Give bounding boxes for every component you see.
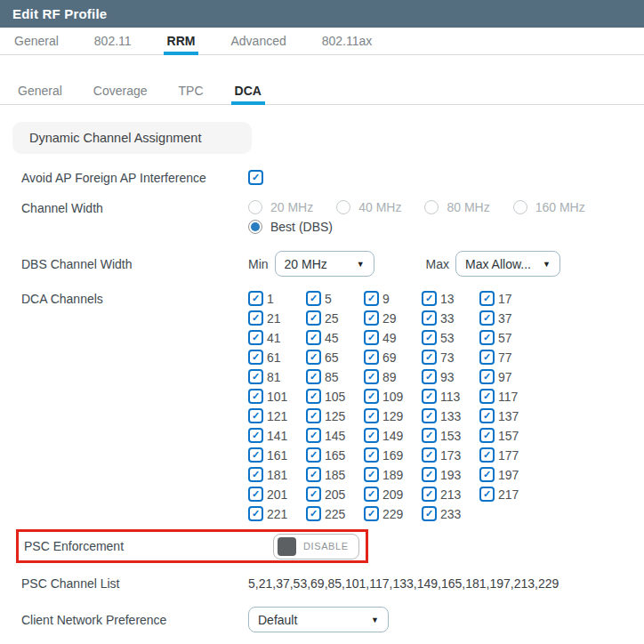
channel-checkbox[interactable]	[306, 487, 321, 502]
channel-checkbox[interactable]	[364, 369, 379, 384]
dca-channel-105[interactable]: 105	[306, 389, 364, 404]
dca-channel-201[interactable]: 201	[248, 487, 306, 502]
max-width-dropdown[interactable]: Max Allow... ▼	[455, 251, 560, 277]
channel-checkbox[interactable]	[422, 291, 437, 306]
channel-checkbox[interactable]	[248, 291, 263, 306]
subtab-dca[interactable]: DCA	[233, 76, 263, 104]
radio-20-mhz[interactable]: 20 MHz	[248, 200, 313, 214]
dca-channel-197[interactable]: 197	[479, 467, 537, 482]
dca-channel-169[interactable]: 169	[364, 447, 422, 463]
channel-checkbox[interactable]	[364, 310, 379, 326]
channel-checkbox[interactable]	[248, 487, 263, 502]
channel-checkbox[interactable]	[306, 447, 321, 463]
dca-channel-121[interactable]: 121	[248, 408, 306, 423]
dca-channel-37[interactable]: 37	[479, 310, 537, 326]
dca-channel-141[interactable]: 141	[248, 428, 306, 443]
dca-channel-185[interactable]: 185	[306, 467, 364, 482]
channel-checkbox[interactable]	[422, 408, 437, 423]
dca-channel-97[interactable]: 97	[479, 369, 537, 384]
dca-channel-221[interactable]: 221	[248, 506, 306, 521]
channel-checkbox[interactable]	[306, 310, 321, 326]
channel-checkbox[interactable]	[306, 467, 321, 482]
dca-channel-217[interactable]: 217	[479, 487, 537, 502]
channel-checkbox[interactable]	[306, 330, 321, 345]
radio-80-mhz[interactable]: 80 MHz	[424, 200, 489, 214]
dca-channel-117[interactable]: 117	[479, 389, 537, 404]
channel-checkbox[interactable]	[479, 447, 495, 463]
channel-checkbox[interactable]	[248, 330, 263, 345]
channel-checkbox[interactable]	[248, 310, 263, 326]
channel-checkbox[interactable]	[364, 350, 379, 365]
dca-channel-77[interactable]: 77	[479, 350, 537, 365]
dca-channel-93[interactable]: 93	[422, 369, 479, 384]
channel-checkbox[interactable]	[479, 291, 495, 306]
channel-checkbox[interactable]	[479, 487, 495, 502]
dca-channel-193[interactable]: 193	[422, 467, 479, 482]
subtab-general[interactable]: General	[16, 76, 64, 104]
dca-channel-129[interactable]: 129	[364, 408, 422, 423]
tab-advanced[interactable]: Advanced	[229, 28, 287, 54]
channel-checkbox[interactable]	[364, 428, 379, 443]
avoid-ap-checkbox[interactable]	[248, 170, 263, 185]
channel-checkbox[interactable]	[364, 506, 379, 521]
dca-channel-189[interactable]: 189	[364, 467, 422, 482]
channel-checkbox[interactable]	[248, 428, 263, 443]
channel-checkbox[interactable]	[364, 291, 379, 306]
channel-checkbox[interactable]	[248, 389, 263, 404]
dca-channel-33[interactable]: 33	[422, 310, 479, 326]
dca-channel-157[interactable]: 157	[479, 428, 537, 443]
channel-checkbox[interactable]	[306, 291, 321, 306]
dca-channel-21[interactable]: 21	[248, 310, 306, 326]
tab-general[interactable]: General	[12, 28, 60, 54]
dca-channel-109[interactable]: 109	[364, 389, 422, 404]
channel-checkbox[interactable]	[364, 389, 379, 404]
dca-channel-85[interactable]: 85	[306, 369, 364, 384]
channel-checkbox[interactable]	[479, 350, 495, 365]
dca-channel-233[interactable]: 233	[422, 506, 479, 521]
radio-160-mhz[interactable]: 160 MHz	[513, 200, 585, 214]
dca-channel-13[interactable]: 13	[422, 291, 479, 306]
dca-channel-153[interactable]: 153	[422, 428, 479, 443]
channel-checkbox[interactable]	[364, 408, 379, 423]
dca-channel-165[interactable]: 165	[306, 447, 364, 463]
dca-channel-229[interactable]: 229	[364, 506, 422, 521]
channel-checkbox[interactable]	[479, 310, 495, 326]
dca-channel-57[interactable]: 57	[479, 330, 537, 345]
dca-channel-145[interactable]: 145	[306, 428, 364, 443]
channel-checkbox[interactable]	[422, 506, 437, 521]
channel-checkbox[interactable]	[364, 487, 379, 502]
radio-best-dbs[interactable]: Best (DBS)	[248, 220, 333, 234]
dca-channel-81[interactable]: 81	[248, 369, 306, 384]
dca-channel-29[interactable]: 29	[364, 310, 422, 326]
subtab-tpc[interactable]: TPC	[177, 76, 205, 104]
dca-channel-89[interactable]: 89	[364, 369, 422, 384]
dca-channel-149[interactable]: 149	[364, 428, 422, 443]
channel-checkbox[interactable]	[479, 389, 495, 404]
channel-checkbox[interactable]	[306, 350, 321, 365]
channel-checkbox[interactable]	[306, 369, 321, 384]
channel-checkbox[interactable]	[364, 447, 379, 463]
dca-channel-205[interactable]: 205	[306, 487, 364, 502]
dca-channel-17[interactable]: 17	[479, 291, 537, 306]
dca-channel-125[interactable]: 125	[306, 408, 364, 423]
dca-channel-73[interactable]: 73	[422, 350, 479, 365]
channel-checkbox[interactable]	[422, 310, 437, 326]
channel-checkbox[interactable]	[364, 467, 379, 482]
dca-channel-45[interactable]: 45	[306, 330, 364, 345]
channel-checkbox[interactable]	[306, 408, 321, 423]
dca-channel-101[interactable]: 101	[248, 389, 306, 404]
channel-checkbox[interactable]	[248, 350, 263, 365]
tab-802-11[interactable]: 802.11	[93, 28, 133, 54]
channel-checkbox[interactable]	[479, 428, 495, 443]
dca-channel-25[interactable]: 25	[306, 310, 364, 326]
client-network-preference-dropdown[interactable]: Default ▼	[248, 607, 389, 632]
dca-channel-225[interactable]: 225	[306, 506, 364, 521]
tab-rrm[interactable]: RRM	[165, 28, 197, 54]
dca-channel-177[interactable]: 177	[479, 447, 537, 463]
dca-channel-1[interactable]: 1	[248, 291, 306, 306]
channel-checkbox[interactable]	[422, 389, 437, 404]
dca-channel-61[interactable]: 61	[248, 350, 306, 365]
dca-channel-173[interactable]: 173	[422, 447, 479, 463]
dca-channel-41[interactable]: 41	[248, 330, 306, 345]
subtab-coverage[interactable]: Coverage	[92, 76, 149, 104]
